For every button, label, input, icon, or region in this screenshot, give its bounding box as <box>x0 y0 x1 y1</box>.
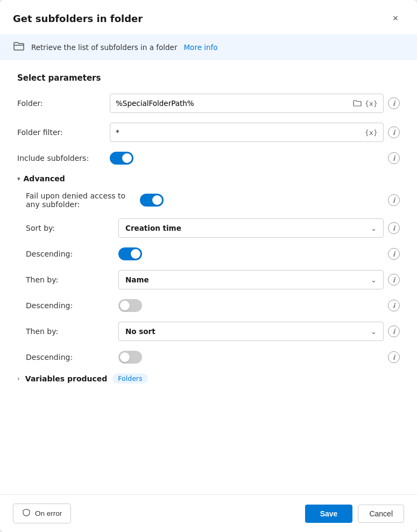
fail-access-wrap: i <box>140 194 400 207</box>
folder-input-box[interactable]: %SpecialFolderPath% {x} <box>110 94 384 113</box>
folder-input-icons: {x} <box>353 99 378 108</box>
then-by-2-wrap: No sort ⌄ i <box>118 322 400 341</box>
sort-by-dropdown[interactable]: Creation time ⌄ <box>118 218 384 238</box>
folder-input-wrap: %SpecialFolderPath% {x} i <box>110 94 400 113</box>
shield-icon <box>22 508 31 519</box>
folders-badge: Folders <box>112 373 147 384</box>
section-title: Select parameters <box>17 73 400 83</box>
fail-access-row: Fail upon denied access to any subfolder… <box>17 191 400 209</box>
advanced-body: Fail upon denied access to any subfolder… <box>17 191 400 364</box>
fail-access-info-icon[interactable]: i <box>388 194 400 206</box>
cancel-button[interactable]: Cancel <box>358 505 404 523</box>
folder-value: %SpecialFolderPath% <box>116 99 194 108</box>
then-by-1-row: Then by: Name ⌄ i <box>17 270 400 289</box>
descending-3-toggle[interactable] <box>118 351 142 364</box>
dialog-body: Select parameters Folder: %SpecialFolder… <box>0 60 417 494</box>
sort-by-wrap: Creation time ⌄ i <box>118 218 400 238</box>
info-banner: Retrieve the list of subfolders in a fol… <box>0 34 417 60</box>
save-button[interactable]: Save <box>305 505 353 523</box>
descending-1-toggle[interactable] <box>118 247 142 260</box>
then-by-1-value: Name <box>125 275 149 284</box>
descending-2-info-icon[interactable]: i <box>388 300 400 311</box>
descending-3-label: Descending: <box>26 353 112 361</box>
folder-icon <box>13 41 25 54</box>
include-subfolders-row: Include subfolders: i <box>17 152 400 165</box>
dialog-footer: On error Save Cancel <box>0 494 417 532</box>
folder-filter-value: * <box>116 128 119 137</box>
folder-label: Folder: <box>17 99 103 108</box>
advanced-chevron-icon: ▾ <box>17 175 20 182</box>
then-by-1-label: Then by: <box>26 275 112 284</box>
on-error-button[interactable]: On error <box>13 503 71 523</box>
include-subfolders-toggle[interactable] <box>110 152 133 165</box>
variables-header: Variables produced <box>25 374 108 383</box>
then-by-1-dropdown[interactable]: Name ⌄ <box>118 270 384 289</box>
descending-3-wrap: i <box>118 351 400 364</box>
descending-1-wrap: i <box>118 247 400 260</box>
folder-filter-row: Folder filter: * {x} i <box>17 123 400 142</box>
folder-filter-label: Folder filter: <box>17 128 103 137</box>
descending-2-wrap: i <box>118 299 400 312</box>
advanced-header[interactable]: ▾ Advanced <box>17 174 400 183</box>
folder-filter-icons: {x} <box>365 129 378 137</box>
close-button[interactable]: × <box>387 10 404 27</box>
sort-by-label: Sort by: <box>26 224 112 232</box>
sort-by-chevron-icon: ⌄ <box>371 224 377 232</box>
descending-3-row: Descending: i <box>17 351 400 364</box>
then-by-2-info-icon[interactable]: i <box>388 325 400 337</box>
include-subfolders-info-icon[interactable]: i <box>388 152 400 164</box>
advanced-title: Advanced <box>24 174 65 183</box>
then-by-2-value: No sort <box>125 327 156 336</box>
then-by-1-chevron-icon: ⌄ <box>371 276 377 284</box>
variables-title: Variables produced <box>25 374 108 383</box>
include-subfolders-label: Include subfolders: <box>17 154 103 162</box>
descending-2-toggle[interactable] <box>118 299 142 312</box>
descending-1-row: Descending: i <box>17 247 400 260</box>
then-by-2-chevron-icon: ⌄ <box>371 328 377 336</box>
more-info-link[interactable]: More info <box>183 43 217 52</box>
then-by-1-wrap: Name ⌄ i <box>118 270 400 289</box>
advanced-section: ▾ Advanced Fail upon denied access to an… <box>17 174 400 364</box>
footer-actions: Save Cancel <box>305 505 404 523</box>
then-by-1-info-icon[interactable]: i <box>388 274 400 286</box>
curly-braces-icon: {x} <box>365 100 378 108</box>
descending-2-row: Descending: i <box>17 299 400 312</box>
folder-filter-input-box[interactable]: * {x} <box>110 123 384 142</box>
then-by-2-row: Then by: No sort ⌄ i <box>17 322 400 341</box>
variables-section[interactable]: › Variables produced Folders <box>17 373 400 384</box>
on-error-label: On error <box>35 509 62 517</box>
descending-1-label: Descending: <box>26 250 112 258</box>
variables-chevron-icon: › <box>17 375 20 382</box>
then-by-2-label: Then by: <box>26 327 112 336</box>
include-subfolders-wrap: i <box>110 152 400 165</box>
then-by-2-dropdown[interactable]: No sort ⌄ <box>118 322 384 341</box>
dialog-title: Get subfolders in folder <box>13 13 143 24</box>
filter-curly-braces-icon: {x} <box>365 129 378 137</box>
descending-1-info-icon[interactable]: i <box>388 248 400 260</box>
dialog: Get subfolders in folder × Retrieve the … <box>0 0 417 532</box>
sort-by-info-icon[interactable]: i <box>388 222 400 234</box>
folder-filter-input-wrap: * {x} i <box>110 123 400 142</box>
fail-access-toggle[interactable] <box>140 194 164 207</box>
folder-filter-info-icon[interactable]: i <box>388 126 400 138</box>
browse-folder-icon <box>353 99 362 108</box>
folder-row: Folder: %SpecialFolderPath% {x} i <box>17 94 400 113</box>
sort-by-row: Sort by: Creation time ⌄ i <box>17 218 400 238</box>
descending-3-info-icon[interactable]: i <box>388 351 400 363</box>
fail-access-label: Fail upon denied access to any subfolder… <box>26 191 133 209</box>
folder-info-icon[interactable]: i <box>388 97 400 109</box>
dialog-header: Get subfolders in folder × <box>0 0 417 34</box>
descending-2-label: Descending: <box>26 301 112 310</box>
banner-text: Retrieve the list of subfolders in a fol… <box>31 43 177 52</box>
sort-by-value: Creation time <box>125 224 181 232</box>
